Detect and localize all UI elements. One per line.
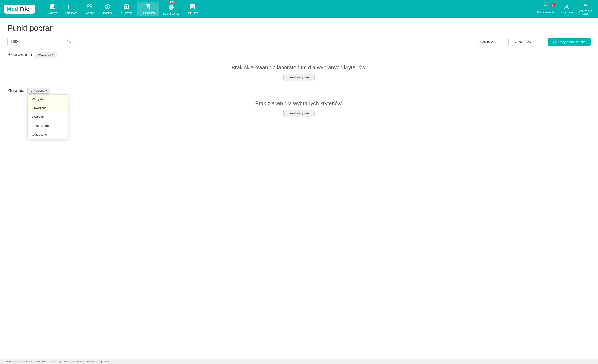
nav-strona-www-label: Strona WWW — [163, 12, 179, 15]
rachunki-icon: $ — [105, 4, 110, 11]
nav-e-zdrowie-label: e-Zdrowie — [121, 11, 133, 14]
skierowania-filter-label: Wszystkie — [38, 53, 51, 56]
zlecenia-empty-message: Brak zleceń dla wybranych kryteriów. — [8, 100, 590, 107]
report-button[interactable]: Zbiorczy raport zleceń — [548, 38, 590, 46]
svg-point-8 — [87, 5, 90, 7]
svg-text:$: $ — [107, 5, 108, 8]
nav-instrukcje[interactable]: Instrukcje — [183, 2, 201, 16]
nav-wizyty-label: Wizyty — [49, 11, 57, 14]
dropdown-item-wyslano[interactable]: Wysłano — [28, 112, 68, 121]
nav-zabezpiecz-label: Zabezpiecz — [579, 10, 592, 13]
kalendarz-icon — [68, 4, 74, 11]
dropdown-item-utworzono[interactable]: Utworzono — [28, 104, 68, 112]
zlecenia-filter-btn[interactable]: Utworzono ▾ — [27, 88, 50, 94]
search-button[interactable] — [67, 39, 71, 44]
nav-powiadomienia[interactable]: 2 Powiadomienia — [535, 3, 556, 15]
svg-rect-4 — [69, 5, 73, 9]
nav-items: Wizyty Kalendarz Pacjenci $ Rachunki — [44, 1, 535, 17]
svg-rect-29 — [584, 6, 587, 8]
nav-moje-konto[interactable]: Moje konto — [558, 3, 575, 15]
strona-www-icon — [168, 5, 174, 12]
dropdown-item-odrzucono-label: Odrzucono — [32, 133, 47, 136]
search-row: Zbiorczy raport zleceń — [8, 38, 590, 46]
status-bar: referral?filters[referralStatus]=new&fil… — [0, 359, 598, 364]
punkt-pobran-icon — [145, 4, 150, 11]
chevron-down-icon: ▾ — [45, 89, 47, 92]
skierowania-empty-message: Brak skierowań do laboratorium dla wybra… — [8, 64, 590, 71]
new-badge: NEW — [168, 1, 174, 3]
zlecenia-section-header: Zlecenia Utworzono ▾ Wszystkie Utworzono… — [8, 88, 590, 94]
svg-point-9 — [90, 5, 92, 7]
zlecenia-dropdown-menu: Wszystkie Utworzono Wysłano Zakończono O… — [27, 95, 68, 139]
skierowania-title: Skierowania — [8, 52, 32, 57]
top-navigation: MedFile® Wizyty Kalendarz Pacjenci — [0, 0, 598, 18]
status-url: referral?filters[referralStatus]=new&fil… — [2, 360, 110, 363]
nav-moje-konto-label: Moje konto — [561, 11, 573, 14]
user-icon — [564, 4, 569, 11]
dropdown-item-wszystkie-label: Wszystkie — [32, 97, 46, 101]
dropdown-item-zakonczone[interactable]: Zakończono — [28, 121, 68, 130]
lock-icon — [583, 3, 588, 10]
e-zdrowie-icon — [124, 4, 129, 11]
nav-e-zdrowie[interactable]: e-Zdrowie — [117, 2, 136, 16]
page-title: Punkt pobrań — [8, 24, 590, 33]
notification-badge: 2 — [551, 3, 555, 7]
dropdown-item-zakonczone-label: Zakończono — [32, 124, 49, 127]
skierowania-filter-btn[interactable]: Wszystkie ▾ — [35, 52, 57, 58]
wizyty-icon — [50, 4, 56, 11]
nav-kalendarz-label: Kalendarz — [65, 11, 77, 14]
zlecenia-show-all-btn[interactable]: pokaż wszystkie — [283, 110, 315, 117]
logo-reg: ® — [30, 8, 32, 10]
pacjenci-icon — [86, 4, 92, 11]
nav-wizyty[interactable]: Wizyty — [44, 2, 61, 16]
nav-zabezpiecz[interactable]: Zabezpiecz 09:38 — [577, 2, 594, 16]
date-from-input[interactable] — [476, 38, 508, 46]
zlecenia-filter-dropdown-wrapper: Utworzono ▾ Wszystkie Utworzono Wysłano … — [27, 88, 50, 94]
chevron-down-icon: ▾ — [52, 53, 54, 56]
search-input-wrap — [8, 38, 73, 46]
logo-box: MedFile® — [4, 5, 35, 14]
nav-right: 2 Powiadomienia Moje konto Zabezpiecz 09… — [535, 2, 594, 16]
dropdown-item-wszystkie[interactable]: Wszystkie — [28, 95, 68, 104]
logo-med: Med — [7, 6, 18, 12]
nav-pacjenci[interactable]: Pacjenci — [81, 2, 98, 16]
dropdown-item-odrzucono[interactable]: Odrzucono — [28, 130, 68, 139]
nav-rachunki[interactable]: $ Rachunki — [99, 2, 116, 16]
skierowania-show-all-btn[interactable]: pokaż wszystkie — [283, 74, 315, 81]
nav-rachunki-label: Rachunki — [102, 11, 113, 14]
logo-file: File — [19, 6, 29, 12]
nav-punkt-pobran[interactable]: Punkt pobrań — [137, 2, 159, 16]
zlecenia-filter-label: Utworzono — [30, 89, 44, 92]
nav-pacjenci-label: Pacjenci — [84, 11, 95, 14]
svg-line-31 — [70, 42, 71, 43]
nav-punkt-pobran-label: Punkt pobrań — [140, 11, 156, 14]
bell-icon — [543, 4, 548, 11]
logo-area[interactable]: MedFile® — [4, 5, 39, 14]
nav-kalendarz[interactable]: Kalendarz — [62, 2, 80, 16]
skierowania-section-header: Skierowania Wszystkie ▾ — [8, 52, 590, 58]
nav-instrukcje-label: Instrukcje — [187, 11, 198, 14]
nav-strona-www[interactable]: NEW Strona WWW — [160, 1, 183, 17]
dropdown-item-utworzono-label: Utworzono — [32, 106, 47, 110]
main-content: Punkt pobrań Zbiorczy raport zleceń Skie… — [0, 18, 598, 364]
search-input[interactable] — [8, 38, 73, 46]
nav-powiadomienia-label: Powiadomienia — [537, 11, 554, 14]
instrukcje-icon — [190, 4, 195, 11]
date-to-input[interactable] — [512, 38, 545, 46]
time-label: 09:38 — [583, 13, 589, 15]
dropdown-item-wyslano-label: Wysłano — [32, 115, 44, 119]
zlecenia-title: Zlecenia — [8, 88, 25, 93]
svg-point-28 — [565, 5, 568, 7]
